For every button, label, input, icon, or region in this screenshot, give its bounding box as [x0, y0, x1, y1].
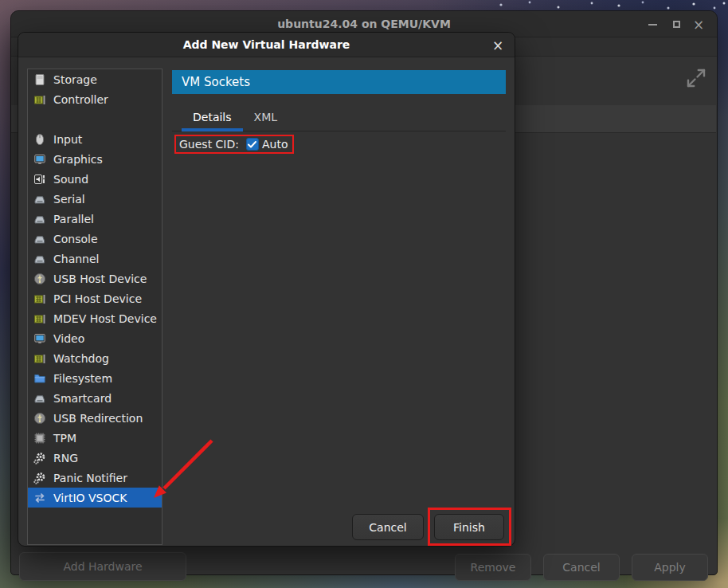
close-button[interactable]: ×	[687, 11, 710, 37]
tab-details[interactable]: Details	[182, 105, 243, 131]
add-hardware-dialog: Add New Virtual Hardware × StorageContro…	[18, 32, 515, 547]
minimize-button[interactable]	[640, 11, 664, 37]
sidebar-item-controller[interactable]: Controller	[28, 89, 162, 109]
sidebar-item-panic-notifier[interactable]: Panic Notifier	[28, 468, 162, 488]
tab-bar: DetailsXML	[172, 105, 506, 131]
desktop-background: ubuntu24.04 on QEMU/KVM × Add Hardware R…	[0, 0, 728, 588]
dialog-close-icon: ×	[492, 37, 503, 53]
serial-port-icon	[33, 253, 46, 265]
sidebar-item-label: TPM	[53, 432, 76, 445]
sidebar-item-label: Channel	[53, 253, 99, 265]
dialog-close-button[interactable]: ×	[487, 33, 508, 57]
dialog-cancel-button[interactable]: Cancel	[352, 514, 424, 540]
sidebar-item-label: Console	[53, 233, 98, 245]
hardware-type-list[interactable]: StorageControllerInputGraphicsSoundSeria…	[27, 69, 162, 545]
wallpaper-stars	[0, 0, 2, 2]
speaker-icon	[33, 173, 46, 186]
checkmark-icon	[248, 141, 256, 148]
chip-icon	[33, 432, 46, 445]
sidebar-item-label: Parallel	[53, 213, 94, 225]
sidebar-item-mdev-host-device[interactable]: MDEV Host Device	[28, 308, 162, 328]
maximize-button[interactable]	[664, 11, 688, 37]
dialog-titlebar[interactable]: Add New Virtual Hardware	[18, 33, 515, 57]
sidebar-item-label: Controller	[53, 93, 108, 106]
sidebar-item-virtio-vsock[interactable]: VirtIO VSOCK	[28, 488, 162, 508]
sidebar-item-graphics[interactable]: Graphics	[28, 149, 162, 169]
circuit-board-icon	[33, 312, 46, 325]
usb-icon	[33, 272, 46, 285]
sidebar-item-label: VirtIO VSOCK	[53, 492, 127, 504]
serial-port-icon	[33, 392, 46, 405]
circuit-board-icon	[33, 292, 46, 305]
sidebar-item-pci-host-device[interactable]: PCI Host Device	[28, 288, 162, 308]
tab-xml[interactable]: XML	[243, 105, 288, 131]
sidebar-item-label: USB Redirection	[53, 412, 143, 425]
sidebar-item-label: Graphics	[53, 153, 103, 166]
sidebar-spacer	[28, 109, 162, 129]
auto-checkbox[interactable]	[246, 138, 259, 151]
sidebar-item-usb-redirection[interactable]: USB Redirection	[28, 408, 162, 428]
sidebar-item-serial[interactable]: Serial	[28, 189, 162, 209]
sidebar-item-label: Filesystem	[53, 372, 112, 385]
gears-icon	[33, 452, 46, 465]
sidebar-item-rng[interactable]: RNG	[28, 448, 162, 468]
sidebar-item-parallel[interactable]: Parallel	[28, 209, 162, 229]
sidebar-item-label: MDEV Host Device	[53, 312, 157, 325]
monitor-icon	[33, 332, 46, 345]
gears-icon	[33, 472, 46, 484]
sidebar-item-sound[interactable]: Sound	[28, 169, 162, 189]
usb-icon	[33, 412, 46, 425]
serial-port-icon	[33, 233, 46, 245]
serial-port-icon	[33, 213, 46, 225]
sidebar-item-console[interactable]: Console	[28, 229, 162, 249]
sidebar-item-smartcard[interactable]: Smartcard	[28, 388, 162, 408]
sidebar-item-storage[interactable]: Storage	[28, 69, 162, 89]
sidebar-item-label: Video	[53, 332, 84, 345]
monitor-icon	[33, 153, 46, 166]
disk-icon	[33, 73, 46, 86]
maximize-icon	[673, 21, 680, 28]
sidebar-item-label: Watchdog	[53, 352, 109, 365]
guest-cid-label: Guest CID:	[179, 138, 243, 151]
sidebar-item-filesystem[interactable]: Filesystem	[28, 368, 162, 388]
remove-button[interactable]: Remove	[455, 554, 531, 581]
folder-icon	[33, 372, 46, 385]
sidebar-item-label: Serial	[53, 193, 85, 206]
sidebar-item-channel[interactable]: Channel	[28, 249, 162, 269]
sidebar-item-label: Input	[53, 133, 82, 146]
sidebar-item-usb-host-device[interactable]: USB Host Device	[28, 269, 162, 288]
circuit-board-icon	[33, 93, 46, 106]
sidebar-item-label: Storage	[53, 73, 97, 86]
sidebar-item-watchdog[interactable]: Watchdog	[28, 348, 162, 368]
sidebar-item-input[interactable]: Input	[28, 129, 162, 149]
vsock-arrows-icon	[33, 492, 46, 504]
serial-port-icon	[33, 193, 46, 206]
fullscreen-expand-icon[interactable]	[685, 67, 707, 89]
sidebar-item-label: Sound	[53, 173, 88, 186]
auto-checkbox-label: Auto	[262, 138, 288, 151]
add-hardware-button[interactable]: Add Hardware	[19, 552, 186, 581]
sidebar-item-label: PCI Host Device	[53, 292, 142, 305]
mouse-icon	[33, 133, 46, 146]
close-icon: ×	[693, 17, 704, 33]
pane-header: VM Sockets	[172, 70, 506, 94]
sidebar-item-label: Panic Notifier	[53, 472, 127, 484]
vm-cancel-button[interactable]: Cancel	[543, 554, 620, 581]
sidebar-item-label: USB Host Device	[53, 272, 147, 285]
sidebar-item-label: RNG	[53, 452, 78, 465]
annotation-box-guest-cid: Guest CID: Auto	[174, 135, 294, 154]
circuit-board-icon	[33, 352, 46, 365]
annotation-box-finish	[428, 508, 511, 546]
vm-window-title: ubuntu24.04 on QEMU/KVM	[277, 18, 451, 30]
pane-header-label: VM Sockets	[182, 75, 250, 89]
minimize-icon	[648, 24, 657, 25]
sidebar-item-tpm[interactable]: TPM	[28, 428, 162, 448]
sidebar-item-label: Smartcard	[53, 392, 112, 405]
dialog-title: Add New Virtual Hardware	[183, 38, 350, 51]
apply-button[interactable]: Apply	[632, 554, 708, 581]
sidebar-item-video[interactable]: Video	[28, 328, 162, 348]
